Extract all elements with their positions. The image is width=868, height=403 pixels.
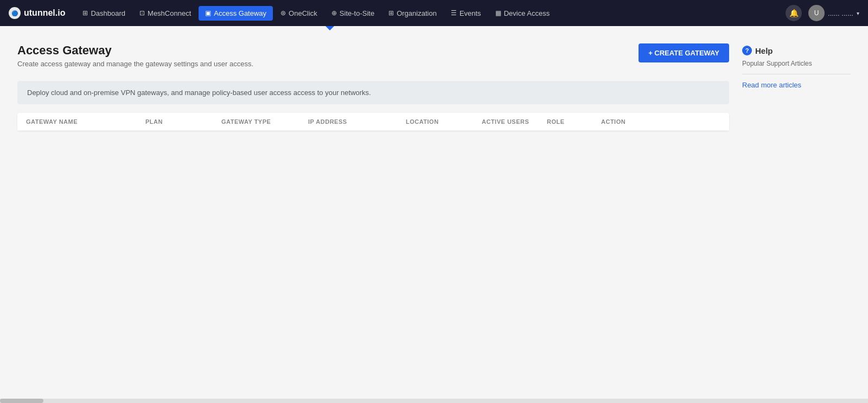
nav-label-access-gateway: Access Gateway bbox=[214, 9, 266, 17]
nav-icon-access-gateway: ▣ bbox=[205, 9, 211, 17]
content-area: Access Gateway Create access gateway and… bbox=[0, 26, 868, 148]
nav-label-oneclick: OneClick bbox=[289, 9, 317, 17]
nav-icon-oneclick: ⊛ bbox=[280, 9, 286, 17]
help-panel: ? Help Popular Support Articles Read mor… bbox=[742, 43, 851, 131]
nav-item-site-to-site[interactable]: ⊕Site-to-Site bbox=[325, 6, 381, 21]
nav-item-meshconnect[interactable]: ⊡MeshConnect bbox=[133, 6, 197, 21]
col-header-ip-address: IP ADDRESS bbox=[308, 118, 406, 125]
nav-label-events: Events bbox=[459, 9, 481, 17]
page-title: Access Gateway bbox=[17, 43, 253, 58]
nav-item-access-gateway[interactable]: ▣Access Gateway bbox=[199, 6, 273, 21]
main-panel: Access Gateway Create access gateway and… bbox=[17, 43, 729, 131]
read-more-link[interactable]: Read more articles bbox=[742, 81, 851, 89]
nav-label-organization: Organization bbox=[397, 9, 437, 17]
page-header: Access Gateway Create access gateway and… bbox=[17, 43, 729, 68]
nav-icon-device-access: ▦ bbox=[495, 9, 501, 17]
navbar-right: 🔔 U ...... ...... ▾ bbox=[786, 5, 859, 21]
nav-label-dashboard: Dashboard bbox=[91, 9, 125, 17]
nav-icon-organization: ⊞ bbox=[388, 9, 394, 17]
user-name: ...... ...... bbox=[828, 9, 853, 17]
col-header-location: LOCATION bbox=[406, 118, 482, 125]
scroll-thumb[interactable] bbox=[0, 399, 43, 403]
nav-icon-events: ☰ bbox=[451, 9, 457, 17]
col-header-gateway-name: GATEWAY NAME bbox=[26, 118, 145, 125]
scrollbar[interactable] bbox=[0, 399, 868, 403]
col-header-gateway-type: GATEWAY TYPE bbox=[221, 118, 308, 125]
notifications-button[interactable]: 🔔 bbox=[786, 5, 802, 21]
col-header-role: ROLE bbox=[547, 118, 601, 125]
help-divider bbox=[742, 74, 851, 74]
col-header-active-users: ACTIVE USERS bbox=[482, 118, 547, 125]
nav-label-meshconnect: MeshConnect bbox=[148, 9, 191, 17]
nav-label-device-access: Device Access bbox=[504, 9, 550, 17]
create-gateway-button[interactable]: + CREATE GATEWAY bbox=[639, 43, 729, 62]
user-menu[interactable]: U ...... ...... ▾ bbox=[808, 5, 859, 21]
nav-item-device-access[interactable]: ▦Device Access bbox=[489, 6, 557, 21]
logo-icon: 🔵 bbox=[9, 7, 21, 19]
nav-item-events[interactable]: ☰Events bbox=[444, 6, 488, 21]
help-subtitle: Popular Support Articles bbox=[742, 60, 851, 67]
nav-icon-site-to-site: ⊕ bbox=[331, 9, 337, 17]
avatar: U bbox=[808, 5, 825, 21]
col-header-plan: PLAN bbox=[145, 118, 221, 125]
help-icon: ? bbox=[742, 46, 752, 55]
nav-item-oneclick[interactable]: ⊛OneClick bbox=[274, 6, 324, 21]
brand-logo[interactable]: 🔵 utunnel.io bbox=[9, 7, 65, 19]
gateway-table: GATEWAY NAMEPLANGATEWAY TYPEIP ADDRESSLO… bbox=[17, 113, 729, 131]
banner-text: Deploy cloud and on-premise VPN gateways… bbox=[27, 89, 371, 97]
brand-name: utunnel.io bbox=[24, 8, 65, 18]
navbar: 🔵 utunnel.io ⊞Dashboard⊡MeshConnect▣Acce… bbox=[0, 0, 868, 26]
table-header: GATEWAY NAMEPLANGATEWAY TYPEIP ADDRESSLO… bbox=[17, 113, 729, 131]
nav-item-organization[interactable]: ⊞Organization bbox=[382, 6, 443, 21]
nav-icon-meshconnect: ⊡ bbox=[139, 9, 145, 17]
nav-items: ⊞Dashboard⊡MeshConnect▣Access Gateway⊛On… bbox=[76, 6, 556, 21]
help-title-text: Help bbox=[755, 46, 773, 55]
nav-label-site-to-site: Site-to-Site bbox=[340, 9, 374, 17]
caret-down-icon: ▾ bbox=[857, 10, 859, 16]
page-subtitle: Create access gateway and manage the gat… bbox=[17, 60, 253, 68]
nav-item-dashboard[interactable]: ⊞Dashboard bbox=[76, 6, 132, 21]
col-header-action: ACTION bbox=[601, 118, 655, 125]
page-header-text: Access Gateway Create access gateway and… bbox=[17, 43, 253, 68]
help-title: ? Help bbox=[742, 46, 851, 55]
nav-icon-dashboard: ⊞ bbox=[82, 9, 88, 17]
info-banner: Deploy cloud and on-premise VPN gateways… bbox=[17, 81, 729, 104]
